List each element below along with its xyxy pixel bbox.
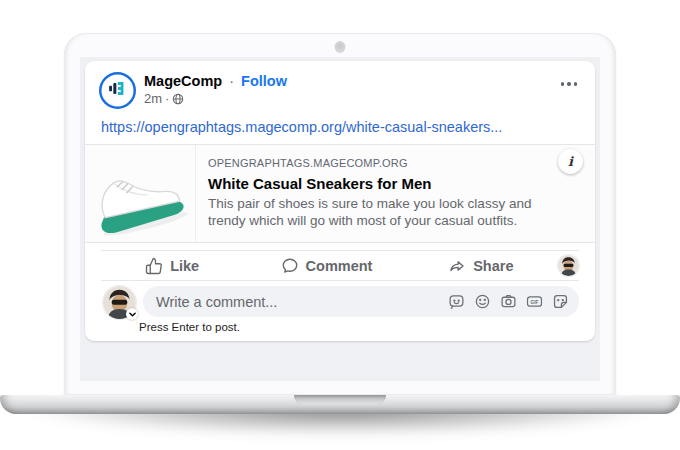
commenter-avatar[interactable] <box>103 286 136 319</box>
link-preview-text: OPENGRAPHTAGS.MAGECOMP.ORG White Casual … <box>196 145 595 242</box>
page-avatar[interactable] <box>99 72 136 109</box>
action-bar: Like Comment <box>95 252 585 279</box>
preview-description: This pair of shoes is sure to make you l… <box>208 195 549 229</box>
commenter-avatar-small[interactable] <box>558 255 579 276</box>
comment-label: Comment <box>306 258 373 274</box>
post-timestamp[interactable]: 2m <box>144 91 162 106</box>
comment-bubble-icon <box>281 257 299 275</box>
separator-dot: · <box>229 73 234 89</box>
laptop-mockup: MageComp · Follow 2m · <box>0 0 680 450</box>
comment-pill[interactable]: GIF <box>143 286 579 317</box>
chevron-down-icon <box>126 308 138 320</box>
emoji-icon[interactable] <box>474 293 491 310</box>
share-arrow-icon <box>448 257 466 275</box>
camera-icon[interactable] <box>500 293 517 310</box>
comment-tool-icons: GIF <box>448 293 569 310</box>
sticker-icon[interactable] <box>552 293 569 310</box>
screen-background: MageComp · Follow 2m · <box>80 57 600 381</box>
separator-dot: · <box>165 91 169 106</box>
globe-privacy-icon <box>172 93 184 105</box>
comment-box: GIF <box>143 286 579 333</box>
post-link-url[interactable]: https://opengraphtags.magecomp.org/white… <box>101 118 579 137</box>
post-header: MageComp · Follow 2m · <box>85 61 595 109</box>
avatar-sticker-icon[interactable] <box>448 293 465 310</box>
info-button[interactable]: i <box>558 149 583 174</box>
share-button[interactable]: Share <box>404 252 558 279</box>
comment-button[interactable]: Comment <box>249 252 403 279</box>
svg-text:GIF: GIF <box>531 300 539 305</box>
like-button[interactable]: Like <box>95 252 249 279</box>
post-header-text: MageComp · Follow 2m · <box>144 72 557 106</box>
like-label: Like <box>170 258 199 274</box>
ellipsis-icon <box>561 82 565 86</box>
magecomp-logo-icon <box>108 79 127 102</box>
preview-title: White Casual Sneakers for Men <box>208 174 549 193</box>
share-label: Share <box>473 258 513 274</box>
preview-domain: OPENGRAPHTAGS.MAGECOMP.ORG <box>208 157 549 170</box>
laptop-base <box>0 395 680 414</box>
laptop-base-notch <box>294 395 386 405</box>
gif-icon[interactable]: GIF <box>526 293 543 310</box>
page-name[interactable]: MageComp <box>144 73 222 89</box>
facebook-post-card: MageComp · Follow 2m · <box>85 61 595 341</box>
laptop-screen: MageComp · Follow 2m · <box>64 33 616 395</box>
like-thumb-icon <box>145 257 163 275</box>
comment-row: GIF <box>85 281 595 341</box>
comment-input[interactable] <box>156 294 440 310</box>
info-icon: i <box>568 154 573 169</box>
comment-hint: Press Enter to post. <box>139 321 579 333</box>
link-preview-card[interactable]: OPENGRAPHTAGS.MAGECOMP.ORG White Casual … <box>85 144 595 243</box>
follow-link[interactable]: Follow <box>241 73 287 89</box>
divider <box>101 250 579 251</box>
sneaker-product-image <box>85 145 196 242</box>
webcam-dot-icon <box>335 41 346 53</box>
more-options-button[interactable] <box>557 72 582 96</box>
